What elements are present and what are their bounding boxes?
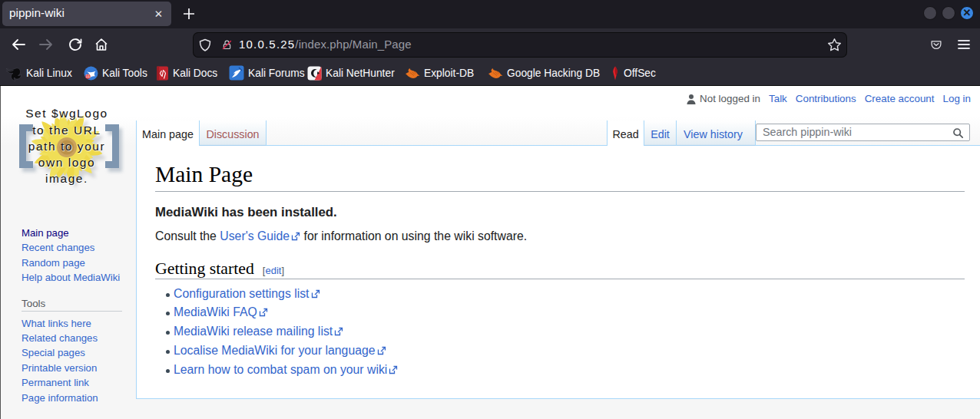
svg-text:11: 11 — [86, 74, 90, 78]
